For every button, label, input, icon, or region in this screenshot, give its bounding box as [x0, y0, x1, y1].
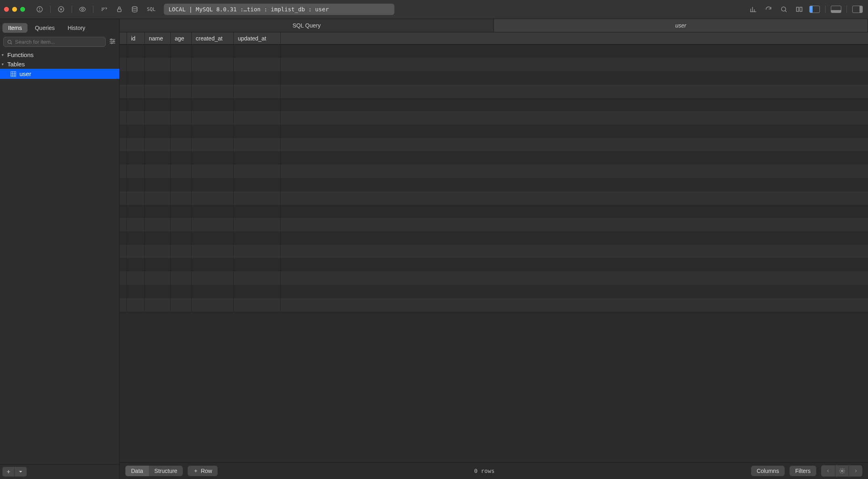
- filter-settings-icon[interactable]: [109, 38, 116, 46]
- table-row[interactable]: [120, 245, 868, 258]
- plug-icon[interactable]: [33, 4, 46, 15]
- prev-page-button[interactable]: [821, 465, 835, 477]
- sidebar-footer: [0, 464, 119, 479]
- connection-breadcrumb[interactable]: LOCAL | MySQL 8.0.31 :…tion : implist_db…: [164, 4, 394, 15]
- sidebar-tree: ▾ Functions ▾ Tables user: [0, 49, 119, 464]
- columns-button[interactable]: Columns: [751, 466, 785, 476]
- svg-point-11: [111, 42, 112, 44]
- tree-group-functions[interactable]: ▾ Functions: [0, 50, 119, 59]
- sidebar-tabs: Items Queries History: [0, 19, 119, 35]
- svg-point-9: [111, 39, 112, 40]
- toolbar: SQL LOCAL | MySQL 8.0.31 :…tion : implis…: [0, 0, 868, 19]
- search-icon[interactable]: [777, 4, 790, 15]
- column-header-age[interactable]: age: [171, 32, 192, 44]
- search-box[interactable]: [3, 37, 106, 47]
- view-mode-data[interactable]: Data: [125, 466, 149, 476]
- minimize-window-button[interactable]: [12, 7, 17, 12]
- add-item-menu-button[interactable]: [15, 467, 27, 477]
- filters-button[interactable]: Filters: [790, 466, 816, 476]
- cancel-icon[interactable]: [55, 4, 68, 15]
- table-row[interactable]: [120, 85, 868, 98]
- page-nav: [821, 465, 862, 477]
- tree-group-label: Functions: [7, 51, 34, 58]
- table-row[interactable]: [120, 285, 868, 298]
- add-item-button[interactable]: [2, 467, 15, 477]
- tree-item-user[interactable]: user: [0, 69, 119, 79]
- table-row[interactable]: [120, 218, 868, 231]
- panel-right-toggle[interactable]: [851, 4, 864, 15]
- svg-point-8: [8, 40, 11, 43]
- table-row[interactable]: [120, 271, 868, 285]
- main-panel: SQL Query user id name age created_at up…: [120, 19, 868, 479]
- table-row[interactable]: [120, 165, 868, 178]
- row-count: 0 rows: [474, 468, 495, 474]
- main-tabs: SQL Query user: [120, 19, 868, 32]
- add-row-button[interactable]: Row: [188, 466, 218, 476]
- sidebar-tab-queries[interactable]: Queries: [29, 23, 60, 33]
- table-row[interactable]: [120, 258, 868, 271]
- sort-icon[interactable]: [97, 4, 110, 15]
- svg-point-17: [841, 470, 843, 472]
- svg-rect-3: [118, 9, 121, 12]
- sql-label[interactable]: SQL: [144, 6, 159, 12]
- view-mode-structure[interactable]: Structure: [149, 466, 183, 476]
- table-row[interactable]: [120, 111, 868, 125]
- table-row[interactable]: [120, 98, 868, 111]
- page-settings-button[interactable]: [835, 465, 849, 477]
- next-page-button[interactable]: [849, 465, 862, 477]
- table-row[interactable]: [120, 231, 868, 245]
- view-mode-segment: Data Structure: [125, 466, 183, 476]
- close-window-button[interactable]: [4, 7, 9, 12]
- column-header-updated-at[interactable]: updated_at: [234, 32, 281, 44]
- split-icon[interactable]: [793, 4, 806, 15]
- tree-group-tables[interactable]: ▾ Tables: [0, 59, 119, 69]
- svg-rect-12: [11, 71, 16, 76]
- refresh-icon[interactable]: [762, 4, 775, 15]
- table-row[interactable]: [120, 191, 868, 205]
- chart-icon[interactable]: [747, 4, 760, 15]
- column-header-id[interactable]: id: [127, 32, 145, 44]
- table-row[interactable]: [120, 45, 868, 58]
- svg-point-4: [132, 6, 137, 8]
- chevron-down-icon: ▾: [2, 62, 6, 66]
- table-header: id name age created_at updated_at: [120, 32, 868, 45]
- svg-point-10: [113, 41, 114, 42]
- table-row[interactable]: [120, 298, 868, 312]
- table-icon: [11, 71, 16, 77]
- lock-icon[interactable]: [113, 4, 126, 15]
- sidebar-tab-history[interactable]: History: [62, 23, 91, 33]
- panel-left-toggle[interactable]: [808, 4, 821, 15]
- svg-point-5: [781, 7, 786, 11]
- table-row[interactable]: [120, 125, 868, 138]
- search-input[interactable]: [15, 39, 102, 45]
- sidebar: Items Queries History ▾ Functions ▾ Tabl…: [0, 19, 120, 479]
- maximize-window-button[interactable]: [20, 7, 25, 12]
- database-icon[interactable]: [128, 4, 141, 15]
- table-row[interactable]: [120, 71, 868, 85]
- add-row-label: Row: [201, 468, 212, 474]
- table-row[interactable]: [120, 205, 868, 218]
- tab-user[interactable]: user: [494, 19, 868, 32]
- table-row[interactable]: [120, 151, 868, 165]
- sidebar-tab-items[interactable]: Items: [2, 23, 28, 33]
- tab-sql-query[interactable]: SQL Query: [120, 19, 494, 32]
- svg-rect-7: [800, 7, 802, 12]
- tree-item-label: user: [19, 70, 31, 77]
- search-icon: [7, 39, 13, 45]
- table-row[interactable]: [120, 138, 868, 151]
- panel-bottom-toggle[interactable]: [830, 4, 843, 15]
- tree-group-label: Tables: [7, 61, 25, 68]
- svg-rect-6: [796, 7, 798, 12]
- plus-icon: [193, 468, 198, 473]
- column-header-created-at[interactable]: created_at: [192, 32, 234, 44]
- eye-icon[interactable]: [76, 4, 89, 15]
- svg-point-2: [82, 8, 84, 11]
- table-row[interactable]: [120, 178, 868, 191]
- chevron-down-icon: ▾: [2, 53, 6, 57]
- window-controls: [4, 7, 25, 12]
- column-header-name[interactable]: name: [145, 32, 171, 44]
- table-row[interactable]: [120, 58, 868, 71]
- table-body[interactable]: [120, 45, 868, 462]
- bottom-bar: Data Structure Row 0 rows Columns Filter…: [120, 462, 868, 479]
